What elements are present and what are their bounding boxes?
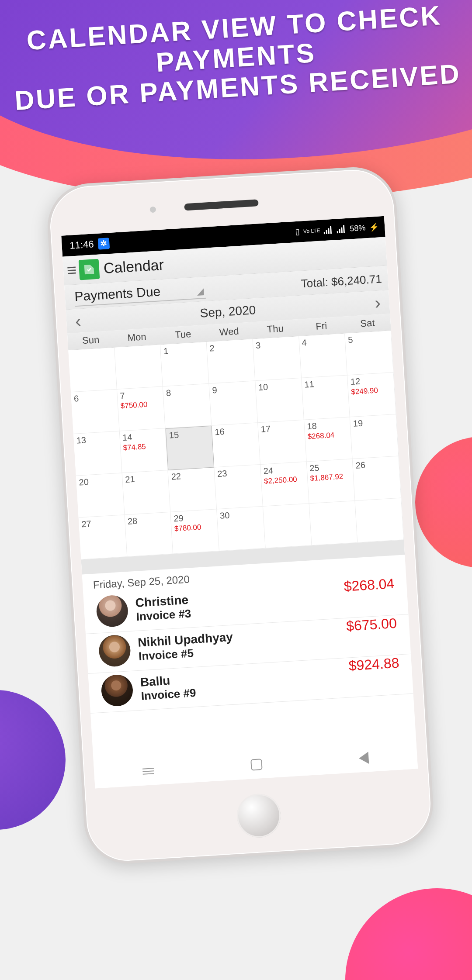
- calendar-day-amount: $249.90: [351, 385, 392, 397]
- payment-amount: $268.04: [344, 576, 395, 595]
- payments-list: $268.04ChristineInvoice #3$675.00Nikhil …: [83, 575, 413, 714]
- calendar-cell[interactable]: 5: [345, 331, 393, 375]
- calendar-cell[interactable]: 18$268.04: [304, 417, 353, 462]
- calendar-day-amount: $780.00: [174, 522, 215, 534]
- nav-home-button[interactable]: [250, 759, 263, 771]
- calendar-day-number: 18: [307, 419, 348, 432]
- calendar-cell[interactable]: 16: [212, 423, 260, 467]
- calendar-cell[interactable]: 11: [302, 375, 350, 420]
- calendar-cell[interactable]: 19: [350, 414, 399, 459]
- charging-icon: ⚡: [369, 222, 379, 232]
- calendar-day-amount: $268.04: [307, 430, 348, 442]
- calendar-cell[interactable]: [263, 504, 312, 548]
- calendar-cell[interactable]: 26: [353, 456, 401, 501]
- phone-home-button[interactable]: [236, 793, 282, 839]
- calendar-day-number: 1: [163, 344, 204, 356]
- calendar-cell[interactable]: 14$74.85: [119, 428, 168, 473]
- calendar-cell[interactable]: 1: [160, 342, 209, 386]
- calendar-day-number: 30: [219, 508, 260, 521]
- customer-avatar: [98, 634, 131, 667]
- calendar-day-number: 2: [209, 341, 250, 354]
- calendar-grid: 1234567$750.0089101112$249.901314$74.851…: [68, 331, 404, 559]
- calendar-cell[interactable]: 15: [166, 426, 214, 470]
- phone-screen: 11:46 ✲ ▯ Vo LTE 58% ⚡ ≡ Calendar Payme: [61, 216, 418, 789]
- total-amount: Total: $6,240.71: [301, 272, 382, 290]
- payment-text: Nikhil UpadhyayInvoice #5: [137, 630, 234, 663]
- calendar-day-number: 20: [79, 475, 120, 488]
- calendar-day-number: [266, 506, 306, 508]
- calendar-day-number: 16: [215, 425, 256, 438]
- payment-text: BalluInvoice #9: [140, 672, 196, 703]
- nav-back-button[interactable]: [359, 752, 369, 764]
- calendar-cell[interactable]: 10: [255, 378, 304, 423]
- calendar-cell[interactable]: [115, 345, 163, 389]
- calendar-cell[interactable]: [68, 348, 117, 392]
- calendar-cell[interactable]: 21: [122, 470, 170, 515]
- calendar-day-number: [71, 349, 111, 352]
- calendar-cell[interactable]: 23: [214, 465, 263, 509]
- calendar-day-number: 26: [355, 458, 396, 471]
- weekday-sun: Sun: [67, 331, 115, 350]
- customer-avatar: [101, 674, 134, 707]
- calendar-cell[interactable]: 29$780.00: [171, 509, 219, 554]
- calendar-cell[interactable]: 20: [76, 473, 125, 518]
- nav-recent-button[interactable]: [142, 766, 154, 776]
- calendar-day-amount: $74.85: [123, 441, 164, 452]
- calendar-day-amount: $2,250.00: [264, 475, 305, 486]
- phone-speaker: [184, 199, 259, 210]
- calendar-day-number: 15: [169, 428, 209, 441]
- calendar-cell[interactable]: 3: [253, 336, 301, 381]
- page-title: Calendar: [103, 256, 164, 277]
- calendar-day-number: 24: [263, 464, 304, 476]
- app-logo-icon[interactable]: [79, 259, 100, 280]
- calendar-cell[interactable]: 12$249.90: [347, 373, 396, 417]
- calendar-cell[interactable]: 4: [299, 334, 347, 378]
- hamburger-menu-icon[interactable]: ≡: [66, 261, 80, 280]
- signal-icon-1: [323, 226, 333, 234]
- calendar-day-number: 10: [258, 380, 299, 393]
- prev-month-button[interactable]: ‹: [75, 311, 82, 331]
- calendar-cell[interactable]: 6: [71, 390, 119, 434]
- calendar-cell[interactable]: 17: [258, 420, 306, 465]
- month-label: Sep, 2020: [200, 303, 256, 321]
- calendar-cell[interactable]: 30: [217, 507, 265, 551]
- weekday-fri: Fri: [298, 317, 345, 336]
- calendar-day-number: 3: [255, 338, 296, 351]
- calendar-day-number: 21: [125, 472, 166, 485]
- phone-camera: [149, 206, 156, 213]
- calendar-cell[interactable]: [355, 498, 404, 542]
- calendar-cell[interactable]: 8: [163, 384, 212, 428]
- calendar-day-number: 29: [174, 511, 215, 524]
- calendar-day-number: 12: [350, 374, 391, 387]
- calendar-day-number: 22: [171, 469, 212, 482]
- calendar-cell[interactable]: 22: [168, 467, 217, 512]
- customer-avatar: [96, 594, 129, 628]
- payment-amount: $924.88: [348, 655, 400, 674]
- calendar-day-number: [117, 347, 158, 349]
- calendar-day-number: 17: [260, 422, 302, 435]
- calendar-cell[interactable]: [309, 501, 357, 545]
- volte-label: Vo LTE: [303, 228, 320, 234]
- calendar-cell[interactable]: 7$750.00: [117, 386, 166, 431]
- next-month-button[interactable]: ›: [374, 293, 381, 313]
- calendar-cell[interactable]: 27: [79, 515, 127, 559]
- calendar-cell[interactable]: 2: [207, 339, 255, 384]
- calendar-cell[interactable]: 9: [209, 381, 258, 425]
- calendar-day-number: 5: [348, 333, 389, 345]
- dropdown-triangle-icon: [197, 288, 204, 296]
- calendar-day-number: 4: [302, 335, 343, 348]
- total-label: Total:: [301, 276, 329, 290]
- calendar-day-number: [358, 500, 399, 503]
- calendar-cell[interactable]: 13: [73, 431, 122, 476]
- calendar-cell[interactable]: 25$1,867.92: [306, 459, 355, 504]
- calendar-day-number: 19: [353, 416, 394, 429]
- calendar-day-number: 8: [166, 386, 207, 398]
- weekday-thu: Thu: [252, 319, 299, 338]
- dropdown-selected-label: Payments Due: [74, 284, 161, 304]
- calendar-cell[interactable]: 28: [125, 512, 173, 557]
- calendar-day-number: 27: [81, 517, 122, 530]
- weekday-sat: Sat: [344, 314, 391, 333]
- bluetooth-icon: ✲: [98, 238, 110, 250]
- bg-circle-left: [0, 690, 66, 830]
- calendar-cell[interactable]: 24$2,250.00: [260, 462, 309, 507]
